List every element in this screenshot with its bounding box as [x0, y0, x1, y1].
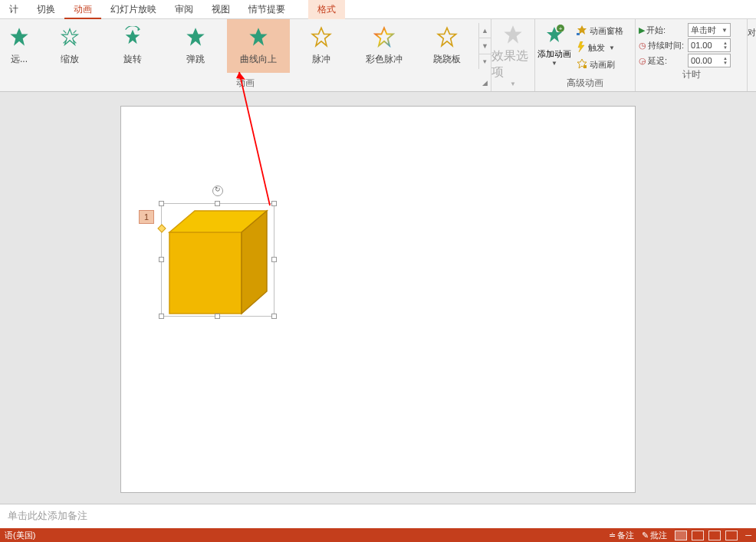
svg-marker-0	[10, 28, 28, 45]
animation-order-tag[interactable]: 1	[139, 210, 154, 224]
svg-marker-14	[578, 41, 584, 52]
slideshow-view-icon[interactable]	[725, 531, 738, 540]
animation-pane-button[interactable]: 动画窗格	[577, 23, 623, 38]
adjustment-handle[interactable]	[157, 224, 166, 232]
svg-rect-13	[577, 33, 580, 35]
ribbon-tabs: 计 切换 动画 幻灯片放映 审阅 视图 情节提要 格式	[0, 0, 756, 19]
anim-item-zoom[interactable]: 缩放	[38, 19, 101, 73]
svg-marker-8	[504, 25, 521, 43]
add-star-icon: +	[544, 24, 565, 48]
svg-marker-5	[312, 28, 330, 45]
svg-text:+: +	[559, 25, 563, 32]
slide-canvas[interactable]: 1	[120, 106, 636, 493]
trigger-icon	[577, 41, 586, 54]
svg-marker-7	[438, 28, 455, 45]
status-bar: 语(美国) ≐ 备注 ✎ 批注 ─	[0, 528, 756, 542]
normal-view-icon[interactable]	[675, 531, 687, 540]
gallery-scroll-up[interactable]: ▲	[479, 23, 491, 38]
resize-handle-sw[interactable]	[159, 314, 164, 319]
sorter-view-icon[interactable]	[692, 531, 704, 540]
curve-star-icon	[245, 24, 271, 50]
spinner-icon[interactable]: ▲▼	[723, 41, 728, 50]
anim-label: 弹跳	[186, 53, 205, 66]
effect-star-icon	[502, 24, 524, 48]
view-switcher	[675, 531, 738, 540]
svg-marker-1	[126, 30, 140, 44]
start-label: ▶ 开始:	[639, 25, 685, 36]
dialog-launcher-icon[interactable]: ◢	[482, 76, 488, 90]
anim-label: 远...	[11, 53, 28, 66]
add-animation-button[interactable]: + 添加动画 ▼	[535, 19, 574, 76]
pane-icon	[577, 25, 587, 37]
reading-view-icon[interactable]	[708, 531, 721, 540]
clock-icon: ◶	[639, 56, 646, 66]
add-animation-label: 添加动画	[537, 48, 571, 60]
anim-item-far[interactable]: 远...	[0, 19, 38, 73]
zoom-star-icon	[57, 24, 83, 50]
delay-input[interactable]: 00.00 ▲▼	[688, 54, 731, 67]
comments-toggle[interactable]: ✎ 批注	[642, 530, 667, 541]
anim-item-spin[interactable]: 旋转	[101, 19, 164, 73]
play-icon: ▶	[639, 25, 645, 35]
resize-handle-nw[interactable]	[159, 201, 164, 206]
tab-view[interactable]: 视图	[202, 0, 239, 19]
anim-item-bounce[interactable]: 弹跳	[164, 19, 227, 73]
tab-animations[interactable]: 动画	[64, 0, 101, 19]
tab-transitions[interactable]: 切换	[28, 0, 64, 19]
reorder-group-partial: 对	[747, 19, 756, 91]
spinner-icon[interactable]: ▲▼	[723, 56, 728, 65]
svg-marker-3	[186, 28, 204, 45]
tab-design-partial[interactable]: 计	[0, 0, 28, 19]
resize-handle-n[interactable]	[215, 201, 220, 206]
effect-options-button: 效果选项 ▼	[491, 19, 534, 73]
spin-star-icon	[120, 24, 146, 50]
anim-label: 曲线向上	[240, 53, 277, 66]
color-pulse-star-icon	[371, 24, 397, 50]
svg-rect-16	[583, 65, 587, 68]
gallery-expand[interactable]: ▾	[479, 54, 491, 69]
group-label-animation: 动画 ◢	[0, 76, 491, 91]
delay-label: ◶ 延迟:	[639, 55, 685, 67]
start-combo[interactable]: 单击时 ▼	[688, 23, 731, 37]
slide-workspace: 1	[0, 92, 756, 504]
anim-label: 脉冲	[312, 53, 330, 66]
svg-marker-6	[375, 28, 393, 45]
anim-label: 彩色脉冲	[366, 53, 403, 66]
tab-format[interactable]: 格式	[308, 0, 345, 19]
anim-item-color-pulse[interactable]: 彩色脉冲	[353, 19, 416, 73]
zoom-slider-partial[interactable]: ─	[745, 531, 751, 540]
tab-slideshow[interactable]: 幻灯片放映	[101, 0, 166, 19]
pulse-star-icon	[308, 24, 334, 50]
resize-handle-w[interactable]	[159, 257, 164, 262]
trigger-button[interactable]: 触发 ▼	[577, 40, 623, 55]
star-icon	[6, 24, 32, 50]
tab-review[interactable]: 审阅	[166, 0, 202, 19]
group-label-advanced: 高级动画	[535, 76, 635, 91]
painter-icon	[577, 58, 587, 71]
chevron-down-icon: ▼	[609, 44, 615, 51]
duration-input[interactable]: 01.00 ▲▼	[688, 38, 731, 52]
anim-label: 跷跷板	[433, 53, 461, 66]
language-indicator[interactable]: 语(美国)	[5, 530, 35, 541]
chevron-down-icon: ▼	[551, 60, 557, 67]
notes-pane[interactable]: 单击此处添加备注	[0, 504, 756, 528]
gallery-scroll-down[interactable]: ▼	[479, 38, 491, 54]
anim-item-teeter[interactable]: 跷跷板	[416, 19, 478, 73]
resize-handle-s[interactable]	[215, 314, 220, 319]
animation-painter-button[interactable]: 动画刷	[577, 57, 623, 72]
resize-handle-se[interactable]	[271, 314, 277, 319]
teeter-star-icon	[434, 24, 460, 50]
tab-storyboard[interactable]: 情节提要	[239, 0, 294, 19]
anim-label: 旋转	[123, 53, 142, 66]
anim-item-curve-up[interactable]: 曲线向上	[227, 19, 290, 73]
gallery-scroll: ▲ ▼ ▾	[478, 23, 491, 69]
rotation-handle[interactable]	[212, 186, 223, 196]
clock-icon: ◷	[639, 41, 646, 51]
notes-toggle[interactable]: ≐ 备注	[609, 530, 634, 541]
anim-label: 缩放	[61, 53, 79, 66]
resize-handle-ne[interactable]	[271, 201, 277, 206]
group-label-timing: 计时	[636, 67, 747, 83]
chevron-down-icon: ▼	[721, 27, 728, 34]
anim-item-pulse[interactable]: 脉冲	[290, 19, 353, 73]
resize-handle-e[interactable]	[271, 257, 277, 262]
